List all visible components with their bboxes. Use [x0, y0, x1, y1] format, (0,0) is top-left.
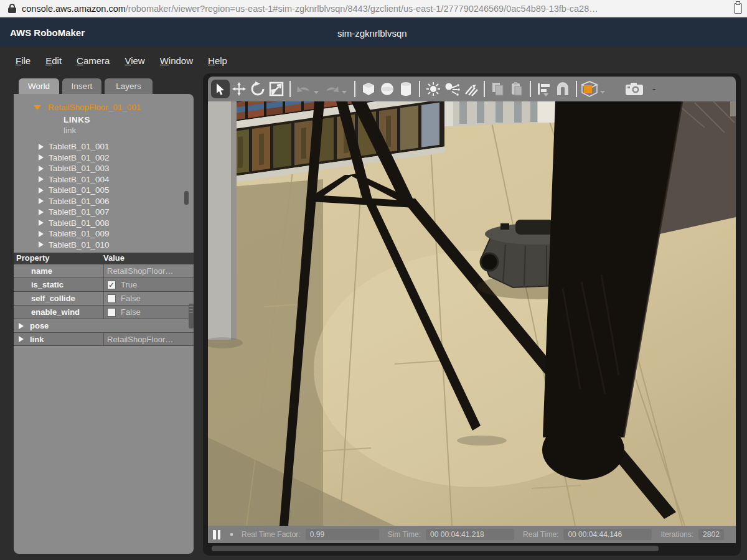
view-angle-button[interactable] — [581, 80, 599, 98]
align-button[interactable] — [535, 80, 553, 98]
point-light-button[interactable] — [424, 80, 443, 98]
tree-item-tablet[interactable]: TabletB_01_003 — [39, 163, 110, 174]
property-table-header: Property Value — [14, 253, 194, 264]
tree-root-label[interactable]: RetailShopFloor_01_001 — [48, 103, 141, 112]
insert-cylinder-button[interactable] — [397, 80, 415, 98]
menu-view[interactable]: View — [125, 55, 144, 66]
clipboard-icon[interactable] — [734, 3, 742, 14]
caret-right-icon[interactable] — [39, 154, 44, 161]
prop-row-is-static[interactable]: is_static ✓True — [14, 278, 194, 291]
tree-item-tablet[interactable]: TabletB_01_004 — [39, 174, 110, 185]
snap-button[interactable] — [553, 80, 572, 98]
prop-value: False — [121, 294, 141, 303]
tree-item-label: TabletB_01_006 — [49, 197, 110, 206]
horizontal-scrollbar-thumb[interactable] — [212, 546, 659, 551]
url-path: /robomaker/viewer?region=us-east-1#sim-z… — [126, 4, 598, 14]
tree-item-tablet[interactable]: TabletB_01_001 — [39, 141, 110, 152]
caret-right-icon[interactable] — [39, 144, 44, 150]
tree-item-label: TabletB_01_010 — [49, 240, 110, 250]
tab-insert[interactable]: Insert — [62, 78, 101, 95]
view-angle-dropdown-icon[interactable] — [600, 91, 605, 94]
step-button[interactable] — [230, 533, 233, 536]
robot-camera — [481, 253, 498, 271]
caret-right-icon[interactable] — [19, 336, 24, 342]
browser-address-bar[interactable]: console.aws.amazon.com/robomaker/viewer?… — [0, 0, 747, 17]
copy-button[interactable] — [489, 80, 507, 98]
tree-item-tablet[interactable]: TabletB_01_005 — [39, 185, 110, 195]
app-title: AWS RoboMaker — [10, 27, 85, 38]
caret-right-icon[interactable] — [39, 166, 44, 172]
url-domain: console.aws.amazon.com — [22, 4, 126, 14]
3d-scene-view[interactable] — [208, 101, 736, 526]
caret-right-icon[interactable] — [39, 220, 44, 226]
caret-right-icon[interactable] — [39, 209, 44, 215]
sim-time-value: 00 00:04:41.218 — [426, 529, 514, 540]
insert-box-button[interactable] — [359, 80, 378, 98]
prop-row-name[interactable]: name RetailShopFloor… — [14, 264, 194, 278]
menu-help[interactable]: Help — [208, 55, 227, 66]
caret-right-icon[interactable] — [39, 187, 44, 194]
rotate-tool-button[interactable] — [248, 80, 267, 98]
prop-value: True — [121, 280, 137, 289]
simulation-status-bar: Real Time Factor: 0.99 Sim Time: 00 00:0… — [208, 526, 736, 543]
caret-right-icon[interactable] — [39, 231, 44, 237]
screenshot-button[interactable] — [625, 80, 644, 98]
menu-file[interactable]: File — [16, 55, 31, 66]
checkbox-unchecked[interactable] — [107, 294, 116, 303]
tree-item-tablet[interactable]: TabletB_01_008 — [39, 218, 110, 228]
menu-edit[interactable]: Edit — [45, 55, 62, 66]
tree-item-label: TabletB_01_009 — [49, 229, 110, 238]
lock-icon[interactable] — [8, 4, 16, 13]
translate-tool-button[interactable] — [230, 80, 248, 98]
select-tool-button[interactable] — [211, 80, 230, 98]
scale-tool-button[interactable] — [267, 80, 286, 98]
checkbox-unchecked[interactable] — [107, 308, 116, 317]
tree-item-tablet[interactable]: TabletB_01_009 — [39, 228, 110, 239]
tree-item-tablet[interactable]: TabletB_01_002 — [39, 152, 110, 163]
tab-layers[interactable]: Layers — [105, 78, 153, 95]
tree-scrollbar-thumb[interactable] — [184, 191, 189, 205]
checkbox-checked[interactable]: ✓ — [107, 281, 116, 289]
tree-item-tablet[interactable]: TabletB_01_006 — [39, 196, 110, 207]
world-panel: RetailShopFloor_01_001 LINKS link Tablet… — [14, 94, 194, 554]
tree-item-link[interactable]: link — [63, 126, 76, 135]
gazebo-toolbar: - — [208, 77, 736, 101]
spot-light-button[interactable] — [443, 80, 461, 98]
undo-button[interactable] — [294, 80, 313, 98]
tree-item-label: TabletB_01_001 — [49, 142, 110, 151]
tree-item-root[interactable]: RetailShopFloor_01_001 — [34, 103, 141, 112]
prop-label: link — [30, 335, 44, 344]
gazebo-viewport: - — [203, 73, 741, 556]
tree-item-label: TabletB_01_008 — [49, 218, 110, 228]
prop-row-enable-wind[interactable]: enable_wind False — [14, 305, 194, 319]
tree-item-label: TabletB_01_003 — [49, 164, 110, 173]
url[interactable]: console.aws.amazon.com/robomaker/viewer?… — [22, 4, 598, 14]
caret-right-icon[interactable] — [19, 323, 24, 329]
tree-item-label: TabletB_01_004 — [49, 175, 110, 184]
tab-world[interactable]: World — [19, 78, 59, 95]
paste-button[interactable] — [507, 80, 526, 98]
menu-window[interactable]: Window — [160, 55, 193, 66]
prop-row-link[interactable]: link RetailShopFloor… — [14, 332, 194, 346]
insert-sphere-button[interactable] — [378, 80, 397, 98]
caret-right-icon[interactable] — [39, 241, 44, 248]
directional-light-button[interactable] — [461, 80, 480, 98]
prop-label: enable_wind — [14, 307, 103, 317]
redo-dropdown-icon[interactable] — [342, 91, 347, 94]
tree-item-tablet[interactable]: TabletB_01_007 — [39, 207, 110, 217]
undo-dropdown-icon[interactable] — [314, 91, 319, 94]
pause-button[interactable] — [213, 530, 222, 539]
toolbar-overflow-button[interactable]: - — [652, 83, 655, 95]
caret-right-icon[interactable] — [39, 198, 44, 204]
caret-right-icon[interactable] — [39, 176, 44, 182]
prop-row-pose[interactable]: pose — [14, 319, 194, 332]
tree-item-tablet[interactable]: TabletB_01_010 — [39, 240, 110, 250]
property-table: Property Value name RetailShopFloor… is_… — [14, 253, 194, 346]
menu-camera[interactable]: Camera — [77, 55, 110, 66]
redo-button[interactable] — [322, 80, 341, 98]
caret-down-icon[interactable] — [34, 105, 41, 110]
real-time-label: Real Time: — [523, 530, 558, 539]
panel-splitter-grip[interactable] — [189, 304, 194, 329]
prop-row-self-collide[interactable]: self_collide False — [14, 291, 194, 305]
prop-label: is_static — [14, 280, 103, 289]
